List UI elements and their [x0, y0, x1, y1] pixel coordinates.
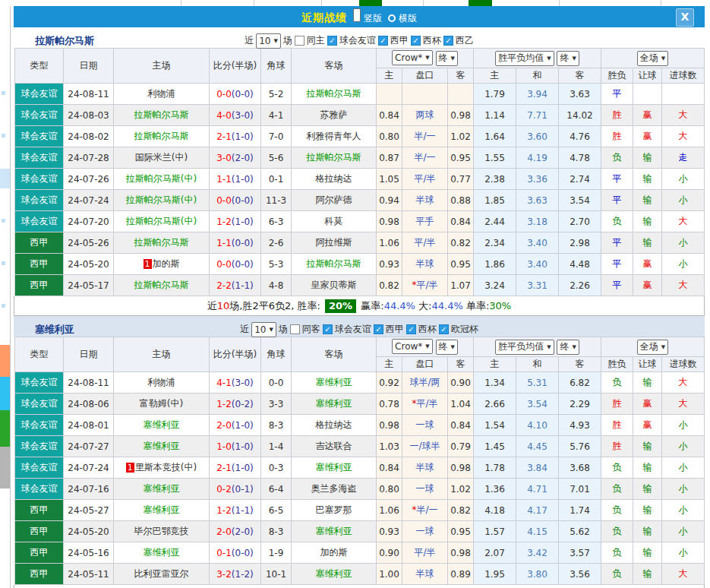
result-cell: 负 — [601, 479, 633, 500]
full-match-header: 全场▼ — [601, 337, 705, 357]
handicap-result-cell: 赢 — [633, 394, 662, 415]
avg-time-select[interactable]: 终▼ — [557, 340, 579, 355]
full-match-select[interactable]: 全场▼ — [637, 340, 668, 355]
fulltime-score: 0-2 — [216, 484, 232, 495]
competition-checkbox[interactable]: ✓ — [411, 36, 421, 46]
odds-time-select[interactable]: 终▼ — [436, 51, 458, 66]
away-odds-cell: 0.84 — [448, 415, 474, 436]
avg-odds-select[interactable]: 胜平负均值▼ — [495, 51, 554, 66]
score-cell: 0-0(0-0) — [210, 84, 261, 105]
competition-label: 西甲 — [390, 34, 409, 47]
match-away-cell: 拉斯帕尔马斯 — [292, 254, 377, 275]
home-team-name: 塞维利亚 — [144, 547, 180, 558]
match-count-select[interactable]: 10▼ — [251, 322, 276, 337]
avg-away-cell: 2.26 — [559, 275, 601, 296]
home-odds-cell: 1.05 — [377, 169, 402, 190]
competition-checkbox[interactable]: ✓ — [323, 324, 333, 334]
avg-draw-cell: 3.40 — [516, 254, 559, 275]
handicap-value: 半球 — [416, 194, 434, 205]
handicap-result-cell: 赢 — [633, 254, 662, 275]
competition-checkbox[interactable]: ✓ — [443, 36, 453, 46]
chevron-down-icon: ▼ — [273, 38, 277, 44]
fulltime-score: 2-0 — [216, 420, 232, 431]
same-venue-checkbox[interactable] — [295, 36, 305, 46]
handicap-result-cell: 输 — [633, 190, 662, 211]
check-icon: ✓ — [440, 325, 447, 334]
filter-matches-label: 场 — [279, 323, 288, 336]
match-date-cell: 24-07-27 — [64, 436, 114, 457]
match-type-cell: 西甲 — [15, 521, 64, 542]
chevron-down-icon: ▼ — [661, 55, 665, 62]
same-venue-checkbox[interactable] — [290, 324, 300, 334]
fulltime-score: 4-1 — [216, 378, 232, 388]
fulltime-score: 2-1 — [216, 131, 232, 142]
sub-column-header: 让球 — [633, 357, 662, 372]
home-team-name: 利物浦 — [148, 377, 175, 387]
cutoff-gridline — [423, 0, 424, 6]
handicap-value: *平/半 — [412, 280, 437, 290]
select-value: 全场 — [640, 52, 658, 65]
sub-column-header: 盘口 — [402, 68, 448, 84]
handicap-cell: 一球 — [402, 415, 448, 436]
filter-near-label: 近 — [240, 323, 249, 336]
match-row: 球会友谊24-08-06富勒姆(中)1-2(0-2)3-3塞维利亚0.78*平/… — [15, 394, 705, 415]
match-type-cell: 西甲 — [15, 564, 64, 585]
match-count-select[interactable]: 10▼ — [256, 33, 281, 49]
avg-time-select[interactable]: 终▼ — [557, 51, 579, 66]
match-away-cell: 加的斯 — [292, 542, 377, 564]
match-date-cell: 24-07-20 — [64, 211, 114, 232]
handicap-value: *半/一 — [412, 504, 437, 515]
check-icon: ✓ — [445, 36, 451, 45]
radio-label: 竖版 — [364, 13, 382, 24]
sub-column-header: 盘口 — [402, 357, 448, 372]
match-type-cell: 球会友谊 — [15, 105, 64, 126]
result-cell: 负 — [601, 500, 633, 521]
home-odds-cell: 0.98 — [377, 415, 402, 436]
score-cell: 1-2(1-0) — [210, 211, 261, 232]
corner-cell: 11-3 — [261, 190, 292, 211]
odds-company-select[interactable]: Crow*▼ — [392, 339, 433, 354]
background-block-lightblue — [0, 169, 10, 188]
dialog-title-group: 近期战绩竖版横版 — [301, 8, 417, 25]
competition-checkbox[interactable]: ✓ — [406, 324, 416, 334]
goals-result-cell: 小 — [662, 169, 705, 190]
odds-time-select[interactable]: 终▼ — [436, 340, 458, 355]
odds-company-select[interactable]: Crow*▼ — [392, 50, 433, 65]
avg-home-cell: 1.54 — [474, 415, 516, 436]
home-odds-cell — [377, 84, 402, 105]
close-icon[interactable]: X — [676, 8, 694, 27]
match-row: 球会友谊24-07-26拉斯帕尔马斯(中)1-1(1-0)0-1格拉纳达1.05… — [15, 169, 705, 190]
result-cell: 负 — [601, 542, 633, 564]
match-away-cell: 塞维利亚 — [292, 564, 377, 585]
away-odds-cell: 1.02 — [448, 479, 474, 500]
match-type-cell: 球会友谊 — [15, 394, 64, 415]
match-type-cell: 球会友谊 — [15, 126, 64, 147]
summary-text: 44.4% — [384, 300, 415, 311]
competition-checkbox[interactable]: ✓ — [327, 36, 337, 46]
background-dot — [2, 261, 5, 265]
avg-odds-select[interactable]: 胜平负均值▼ — [495, 340, 554, 355]
home-team-name: 拉斯帕尔马斯 — [134, 237, 189, 248]
home-odds-cell: 0.78 — [377, 394, 402, 415]
competition-checkbox[interactable]: ✓ — [439, 324, 449, 334]
home-odds-cell: 0.92 — [377, 372, 402, 394]
handicap-result-cell: 输 — [633, 521, 662, 542]
fulltime-score: 1-1 — [216, 238, 232, 248]
radio-unselected-icon[interactable] — [388, 14, 396, 22]
competition-checkbox[interactable]: ✓ — [378, 36, 388, 46]
match-away-cell: 格拉纳达 — [292, 415, 377, 436]
match-date-cell: 24-05-11 — [64, 564, 114, 585]
avg-draw-cell: 3.40 — [516, 232, 559, 254]
competition-checkbox[interactable]: ✓ — [374, 324, 383, 334]
chevron-down-icon: ▼ — [451, 55, 455, 62]
result-cell: 平 — [601, 84, 633, 105]
match-away-cell: 塞维利亚 — [292, 394, 377, 415]
home-odds-cell: 0.82 — [377, 275, 402, 296]
score-cell: 4-1(3-0) — [210, 372, 261, 394]
handicap-cell: 半/一 — [402, 126, 448, 147]
handicap-cell: 半球 — [402, 254, 448, 275]
radio-selected-icon[interactable] — [353, 8, 361, 22]
full-match-select[interactable]: 全场▼ — [637, 51, 668, 66]
avg-odds-header: 胜平负均值▼ 终▼ — [474, 337, 601, 357]
avg-away-cell: 2.98 — [559, 232, 601, 254]
